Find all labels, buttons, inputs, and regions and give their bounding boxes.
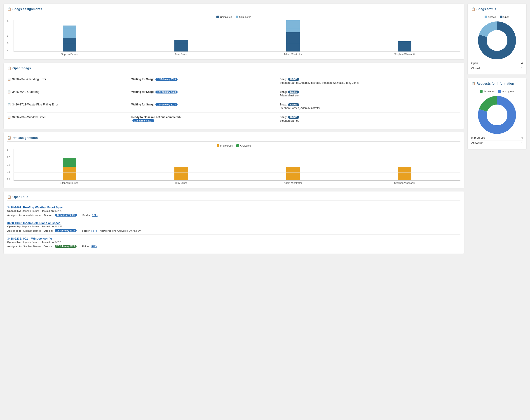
snag-id-4: 📋 3426-7362-Window Lintel [7, 116, 128, 119]
rfi-assigned-1: Assigned to: Adam Minstrator Due on: 12 … [7, 214, 77, 217]
open-rfis-title: 📋 Open RFIs [7, 195, 460, 201]
rfi-donut [471, 95, 523, 135]
label-stephen-barnes: Stephen Barnes [14, 52, 125, 56]
legend-rfi-answered: Answered [480, 90, 495, 93]
open-rfis-card: 📋 Open RFIs 3428-1661: Roofing Weather P… [4, 191, 464, 254]
rfi-answered-stat: Answered 1 [471, 141, 523, 145]
snags-grid [14, 20, 460, 52]
snags-chart-legend: Completed Completed [7, 15, 460, 18]
snag-info-3: Snag: 12/2/23 Stephen Barnes, Adam Minst… [280, 103, 460, 110]
rfi-item-3: 3428-2235: 001 – Window config Opened by… [7, 235, 460, 250]
rfi-inprogress-stat: In progress 4 [471, 135, 523, 141]
rfi-status-legend: Answered In progress [471, 90, 523, 93]
snags-stats: Open 4 Closed 1 [471, 61, 523, 71]
open-snags-icon: 📋 [7, 66, 11, 70]
open-snags-list: 📋 3426-7343-Cladding Error Waiting for S… [7, 75, 460, 125]
rfi-meta-1: Opened by: Stephen Barnes Issued on: 5/2… [7, 210, 460, 212]
snags-chart-area: 4 3 2 1 0 [7, 20, 460, 56]
snag-status-date-1: 12 February 2023 [155, 78, 177, 81]
rfi-due-1: 12 February 2023 [55, 214, 77, 217]
snag-row-1: 📋 3426-7343-Cladding Error Waiting for S… [7, 75, 460, 87]
snag-icon-3: 📋 [7, 103, 11, 106]
snag-id-3: 📋 3426-8713-Waste Pipe Fitting Error [7, 103, 128, 106]
legend-dot-rfi-inprogress [498, 90, 501, 93]
rfi-title-3[interactable]: 3428-2235: 001 – Window config [7, 237, 460, 240]
rfi-detail-section-1: Assigned to: Adam Minstrator Due on: 12 … [7, 213, 460, 217]
legend-dot-open [500, 15, 502, 18]
legend-answered: Answered [236, 144, 251, 147]
rfi-folder-3: Folder: RFI's [82, 245, 97, 248]
snag-status-2: Waiting for Snag: 12 February 2023 [132, 90, 276, 93]
snag-assignees-1: Stephen Barnes, Adam Minstrator, Stephen… [280, 81, 460, 85]
snag-status-4: Ready to close (all actions completed): … [132, 116, 276, 122]
donut-hole [487, 30, 507, 51]
rfi-due-2: 12 February 2023 [55, 229, 77, 232]
snag-icon-1: 📋 [7, 77, 11, 81]
rfi-item-1: 3428-1661: Roofing Weather Proof Spec Op… [7, 203, 460, 219]
snag-icon-2: 📋 [7, 90, 11, 93]
snag-status-date-2: 12 February 2023 [155, 90, 177, 93]
legend-label-open: Open [503, 15, 509, 18]
snags-status-card: 📋 Snags status Closed Open [468, 4, 526, 74]
legend-rfi-inprogress: In progress [498, 90, 514, 93]
rfi-label-tony: Tony Jones [125, 181, 237, 184]
rfi-due-3: 22 February 2023 [55, 245, 77, 248]
rfi-assigned-2: Assigned to: Stephen Barnes Due on: 12 F… [7, 229, 77, 232]
label-stephen-waznacki: Stephen Waznacki [349, 52, 461, 56]
snags-status-icon: 📋 [471, 7, 475, 11]
snag-status-1: Waiting for Snag: 12 February 2023 [132, 77, 276, 81]
snag-date-2: 12/2/23 [288, 90, 299, 93]
rfi-item-2: 3428-1039: Incomplete Plans or Specs Ope… [7, 219, 460, 235]
legend-label-inprogress: In progress [220, 144, 233, 147]
snags-chart-inner: Stephen Barnes Tony Jones Adam Minstrato… [14, 20, 460, 56]
snags-donut-svg [477, 20, 517, 61]
label-adam-minstrator: Adam Minstrator [237, 52, 349, 56]
rfi-stats: In progress 4 Answered 1 [471, 135, 523, 145]
open-snags-card: 📋 Open Snags 📋 3426-7343-Cladding Error … [4, 63, 464, 129]
rfi-y-axis: 2.0 1.5 1.0 0.5 0 [7, 149, 10, 180]
snag-row-3: 📋 3426-8713-Waste Pipe Fitting Error Wai… [7, 100, 460, 113]
snags-donut [471, 20, 523, 61]
rfi-label-stephen: Stephen Barnes [14, 181, 125, 184]
snags-assignments-card: 📋 Snags assignments Completed Completed … [4, 4, 464, 59]
label-tony-jones: Tony Jones [125, 52, 237, 56]
snags-status-legend: Closed Open [471, 15, 523, 18]
snag-id-1: 📋 3426-7343-Cladding Error [7, 77, 128, 81]
rfi-assignments-card: 📋 RFI assignments In progress Answered 2… [4, 132, 464, 188]
rfi-x-labels: Stephen Barnes Tony Jones Adam Minstrato… [14, 180, 460, 184]
snag-id-2: 📋 3426-6042-Guttering [7, 90, 128, 93]
legend-label-answered: Answered [240, 144, 251, 147]
rfi-label-adam: Adam Minstrator [237, 181, 349, 184]
snags-closed-stat: Closed 1 [471, 66, 523, 71]
rfi-chart-legend: In progress Answered [7, 144, 460, 147]
legend-dot-rfi-answered [480, 90, 483, 93]
snag-date-3: 12/2/23 [288, 103, 299, 106]
snag-status-date-3: 12 February 2023 [155, 103, 177, 106]
rfi-folder-1: Folder: RFI's [82, 214, 98, 217]
rfi-folder-2: Folder: RFI's Answered on: Answered On A… [82, 229, 141, 232]
snag-assignees-2: Adam Minstrator [280, 94, 460, 97]
snag-info-1: Snag: 12/2/23 Stephen Barnes, Adam Minst… [280, 77, 460, 85]
rfi-grid [14, 149, 460, 180]
legend-closed: Closed [485, 15, 496, 18]
rfi-detail-section-3: Assigned to: Stephen Barnes Due on: 22 F… [7, 244, 460, 248]
open-snags-title: 📋 Open Snags [7, 66, 460, 72]
snags-x-labels: Stephen Barnes Tony Jones Adam Minstrato… [14, 52, 460, 56]
snag-icon-4: 📋 [7, 116, 11, 119]
snag-status-date-4: 12 February 2023 [132, 119, 155, 122]
rfi-status-card: 📋 Requests for Information Answered In p… [468, 78, 526, 149]
snags-assignments-title: 📋 Snags assignments [7, 7, 460, 13]
legend-dot-dark [216, 15, 219, 18]
snags-status-title: 📋 Snags status [471, 7, 523, 13]
rfi-title-2[interactable]: 3428-1039: Incomplete Plans or Specs [7, 221, 460, 225]
rfi-title-1[interactable]: 3428-1661: Roofing Weather Proof Spec [7, 206, 460, 209]
rfi-assigned-3: Assigned to: Stephen Barnes Due on: 22 F… [7, 245, 77, 248]
snag-info-4: Snag: 12/2/23 Stephen Barnes [280, 116, 460, 122]
rfi-assignments-icon: 📋 [7, 136, 11, 140]
legend-open: Open [500, 15, 509, 18]
snag-row-4: 📋 3426-7362-Window Lintel Ready to close… [7, 113, 460, 125]
legend-dot-light [236, 15, 238, 18]
snag-date-4: 12/2/23 [288, 116, 299, 119]
legend-label-dark: Completed [220, 15, 232, 18]
legend-inprogress: In progress [217, 144, 233, 147]
